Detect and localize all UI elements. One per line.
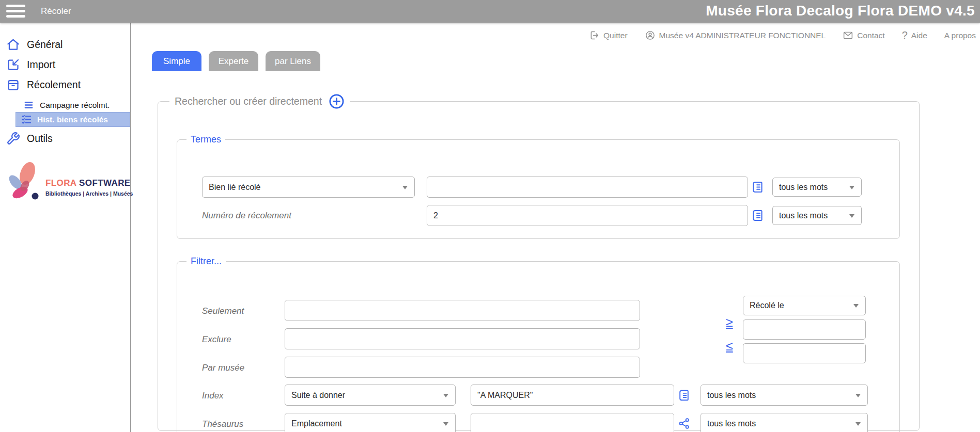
hamburger-menu-icon[interactable]	[6, 5, 25, 19]
app-window: Récoler Musée Flora Decalog Flora DEMO v…	[0, 0, 980, 432]
plus-circle-icon	[329, 93, 345, 109]
sidebar-item-hist-biens-recoles[interactable]: Hist. biens récolés	[15, 112, 130, 127]
thesaurus-value-input[interactable]	[471, 413, 674, 432]
index-match-select-value: tous les mots	[707, 391, 756, 400]
term-index-lookup-button[interactable]	[751, 180, 765, 194]
sidebar-item-label: Récolement	[27, 79, 81, 91]
numero-match-select-value: tous les mots	[779, 211, 828, 220]
app-title: Musée Flora Decalog Flora DEMO v4.5	[706, 3, 975, 19]
par-musee-label: Par musée	[202, 363, 244, 373]
date-to-input[interactable]	[743, 343, 866, 363]
exclure-input[interactable]	[285, 328, 640, 349]
term-field-select-value: Bien lié récolé	[209, 183, 261, 192]
thesaurus-browse-button[interactable]	[678, 417, 691, 430]
thesaurus-label: Thésaurus	[202, 419, 243, 429]
index-match-select[interactable]: tous les mots	[701, 385, 868, 406]
tab-par-liens[interactable]: par Liens	[266, 51, 320, 71]
user-icon	[645, 30, 656, 41]
sidebar-item-import[interactable]: Import	[6, 58, 55, 72]
aide-button[interactable]: ? Aide	[902, 29, 927, 41]
tab-simple[interactable]: Simple	[152, 51, 201, 71]
sidebar-item-campagne-recolement[interactable]: Campagne récolmt.	[23, 99, 110, 111]
sidebar-item-general[interactable]: Général	[6, 38, 63, 52]
contact-label: Contact	[857, 31, 884, 40]
sidebar-item-label: Général	[27, 39, 63, 51]
filtrer-legend: Filtrer...	[186, 256, 226, 267]
termes-legend: Termes	[186, 134, 225, 145]
book-icon	[751, 180, 765, 194]
term-value-input[interactable]	[427, 177, 748, 198]
apropos-label: A propos	[944, 31, 976, 40]
exclure-label: Exclure	[202, 334, 231, 345]
date-from-input[interactable]	[743, 319, 866, 340]
filtrer-section: Filtrer... Seulement Exclure Par musée I…	[177, 256, 900, 432]
user-label: Musée v4 ADMINISTRATEUR FONCTIONNEL	[659, 31, 826, 40]
book-icon	[677, 389, 691, 402]
numero-recolement-label: Numéro de récolement	[202, 211, 291, 221]
search-create-legend-text: Rechercher ou créer directement	[175, 95, 322, 107]
import-icon	[6, 58, 20, 72]
logo-flora-word: FLORA	[45, 178, 76, 188]
index-lookup-button[interactable]	[677, 389, 691, 402]
numero-match-select[interactable]: tous les mots	[772, 206, 862, 225]
top-bar: Récoler Musée Flora Decalog Flora DEMO v…	[0, 0, 980, 23]
tab-experte[interactable]: Experte	[209, 51, 258, 71]
search-create-legend: Rechercher ou créer directement	[169, 93, 350, 109]
thesaurus-match-select[interactable]: tous les mots	[701, 413, 868, 432]
sidebar-divider	[130, 23, 131, 432]
share-network-icon	[678, 417, 691, 430]
index-field-select[interactable]: Suite à donner	[285, 385, 456, 406]
sidebar-item-outils[interactable]: Outils	[6, 132, 53, 146]
flora-petals-icon	[4, 159, 44, 206]
question-mark-icon: ?	[902, 29, 908, 41]
wrench-icon	[6, 132, 20, 146]
archive-box-icon	[6, 78, 20, 92]
index-field-select-value: Suite à donner	[291, 391, 345, 400]
sidebar-item-label: Import	[27, 59, 55, 71]
add-button[interactable]	[329, 93, 345, 109]
term-match-select-value: tous les mots	[779, 183, 828, 192]
date-field-select-value: Récolé le	[750, 301, 784, 310]
thesaurus-field-select[interactable]: Emplacement	[285, 413, 456, 432]
checklist-icon	[21, 114, 33, 125]
logo-software-word: SOFTWARE	[79, 178, 131, 188]
logo-tagline: Bibliothèques | Archives | Musées	[45, 190, 133, 197]
seulement-label: Seulement	[202, 306, 244, 316]
seulement-input[interactable]	[285, 300, 640, 321]
flora-software-logo: FLORA SOFTWARE Bibliothèques | Archives …	[4, 159, 130, 208]
search-create-section: Rechercher ou créer directement Termes B…	[158, 93, 920, 431]
search-mode-tabs: Simple Experte par Liens	[152, 51, 320, 71]
envelope-icon	[843, 30, 853, 41]
apropos-button[interactable]: A propos	[944, 31, 976, 40]
quitter-button[interactable]: Quitter	[589, 30, 628, 41]
flora-logo-text: FLORA SOFTWARE Bibliothèques | Archives …	[45, 178, 133, 197]
termes-section: Termes Bien lié récolé tous les mots Num…	[177, 134, 900, 239]
sidebar-item-label: Campagne récolmt.	[40, 101, 110, 110]
less-equal-operator[interactable]: ≤	[726, 339, 733, 354]
sidebar-item-label: Outils	[27, 133, 53, 145]
index-value-input[interactable]	[471, 385, 674, 406]
contact-button[interactable]: Contact	[843, 30, 884, 41]
book-icon	[751, 209, 765, 222]
thesaurus-match-select-value: tous les mots	[707, 419, 756, 428]
home-icon	[6, 38, 20, 52]
module-title: Récoler	[41, 6, 71, 17]
par-musee-input[interactable]	[285, 357, 640, 378]
quitter-label: Quitter	[603, 31, 628, 40]
sidebar-item-recolement[interactable]: Récolement	[6, 78, 81, 92]
menu-lines-icon	[23, 99, 35, 111]
user-menu[interactable]: Musée v4 ADMINISTRATEUR FONCTIONNEL	[645, 30, 826, 41]
sidebar-item-label: Hist. biens récolés	[37, 115, 108, 124]
thesaurus-field-select-value: Emplacement	[291, 419, 342, 428]
utility-bar: Quitter Musée v4 ADMINISTRATEUR FONCTION…	[589, 29, 976, 41]
numero-recolement-input[interactable]	[427, 205, 748, 226]
index-label: Index	[202, 391, 224, 401]
greater-equal-operator[interactable]: ≥	[726, 315, 733, 330]
aide-label: Aide	[911, 31, 927, 40]
term-field-select[interactable]: Bien lié récolé	[202, 177, 415, 198]
date-field-select[interactable]: Récolé le	[743, 296, 866, 315]
logout-icon	[589, 30, 600, 41]
term-match-select[interactable]: tous les mots	[772, 178, 862, 197]
numero-index-lookup-button[interactable]	[751, 209, 765, 222]
